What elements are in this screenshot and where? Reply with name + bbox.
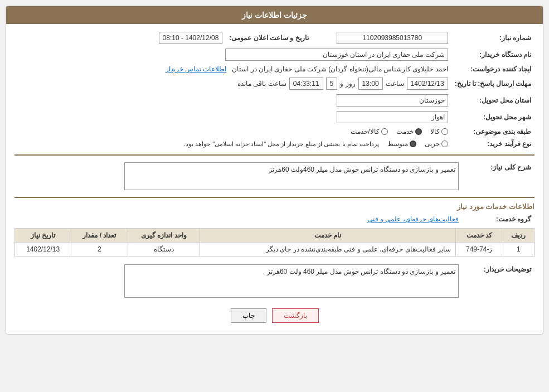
purchase-motavasset-label: متوسط (387, 140, 408, 148)
services-table: ردیف کد خدمت نام خدمت واحد اندازه گیری ت… (14, 228, 535, 257)
col-header-unit: واحد اندازه گیری (128, 229, 200, 243)
province-value: خوزستان (337, 94, 448, 107)
buyer-notes-value: تعمیر و بازسازی دو دستگاه ترانس جوش مدل … (124, 264, 459, 298)
service-group-label: گروه خدمت: (462, 213, 535, 225)
category-khedmat-label: خدمت (396, 128, 414, 135)
category-khedmat-radio[interactable] (415, 128, 422, 135)
creator-label: ایجاد کننده درخواست: (451, 63, 535, 75)
page-header: جزئیات اطلاعات نیاز (6, 6, 543, 24)
back-button[interactable]: بازگشت (272, 308, 319, 323)
cell-unit: دستگاه (128, 243, 200, 257)
category-label: طبقه بندی موضوعی: (451, 125, 535, 138)
description-label: شرح کلی نیاز: (462, 160, 535, 192)
time-label: ساعت (386, 80, 404, 88)
divider-1 (14, 154, 535, 156)
category-kala-label: کالا (430, 128, 440, 135)
deadline-label: مهلت ارسال پاسخ: تا تاریخ: (451, 75, 535, 92)
deadline-days-value: 5 (326, 78, 338, 90)
divider-2 (14, 197, 535, 198)
deadline-time-value: 13:00 (358, 78, 383, 90)
service-group-value[interactable]: فعالیت‌های حرفه‌ای، علمی و فنی (367, 215, 459, 223)
table-row: 1 ز-74-749 سایر فعالیت‌های حرفه‌ای، علمی… (15, 243, 535, 257)
buyer-name-label: نام دستگاه خریدار: (451, 46, 535, 63)
col-header-code: کد خدمت (455, 229, 503, 243)
creator-contact-link[interactable]: اطلاعات تماس خریدار (166, 65, 227, 73)
announce-date-value: 1402/12/08 - 08:10 (159, 32, 223, 44)
buttons-row: بازگشت چاپ (14, 308, 535, 323)
cell-qty: 2 (71, 243, 128, 257)
deadline-date-value: 1402/12/13 (407, 78, 448, 90)
services-section-title: اطلاعات خدمات مورد نیاز (14, 202, 535, 211)
print-button[interactable]: چاپ (231, 308, 266, 323)
col-header-qty: تعداد / مقدار (71, 229, 128, 243)
cell-code: ز-74-749 (455, 243, 503, 257)
cell-row: 1 (503, 243, 535, 257)
order-number-value: 1102093985013780 (337, 32, 448, 44)
purchase-jozi-radio[interactable] (441, 141, 448, 147)
deadline-remaining-value: 04:33:11 (289, 78, 323, 90)
col-header-date: تاریخ نیاز (15, 229, 71, 243)
purchase-type-label: نوع فرآیند خرید: (451, 138, 535, 150)
province-label: استان محل تحویل: (451, 92, 535, 109)
city-value: اهواز (337, 111, 448, 123)
category-both-radio[interactable] (381, 128, 388, 135)
cell-name: سایر فعالیت‌های حرفه‌ای، علمی و فنی طبقه… (200, 243, 456, 257)
creator-value: احمد خلیلاوی کارشناس مالی(تنخواه گردان) … (232, 65, 448, 73)
remaining-label: ساعت باقی مانده (237, 80, 286, 88)
city-label: شهر محل تحویل: (451, 109, 535, 125)
announce-date-label: تاریخ و ساعت اعلان عمومی: (226, 30, 312, 46)
buyer-notes-label: توضیحات خریدار: (462, 262, 535, 300)
purchase-motavasset-radio[interactable] (410, 141, 416, 147)
cell-date: 1402/12/13 (15, 243, 71, 257)
buyer-name-value: شرکت ملی حفاری ایران در استان خوزستان (225, 49, 448, 61)
category-both-label: کالا/خدمت (351, 128, 379, 135)
purchase-type-note: پرداخت تمام یا بخشی از مبلغ خریدار از مح… (184, 141, 379, 148)
description-value: تعمیر و بازسازی دو دستگاه ترانس جوش مدل … (124, 162, 459, 190)
order-number-label: شماره نیاز: (451, 30, 535, 46)
category-kala-radio[interactable] (441, 128, 448, 135)
days-label: روز و (340, 80, 355, 88)
col-header-name: نام خدمت (200, 229, 456, 243)
col-header-row: ردیف (503, 229, 535, 243)
purchase-jozi-label: جزیی (425, 140, 440, 148)
